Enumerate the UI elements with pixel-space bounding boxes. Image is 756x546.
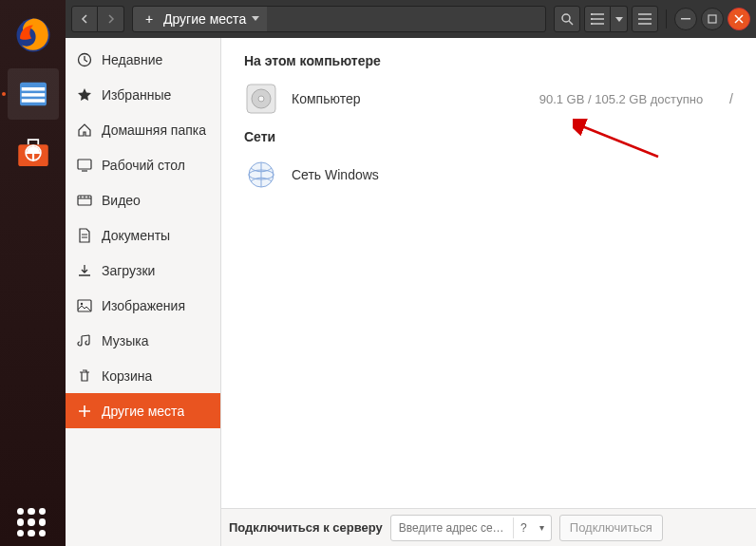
close-button[interactable]	[728, 8, 750, 30]
video-icon	[77, 193, 92, 208]
sidebar-item-desktop[interactable]: Рабочий стол	[66, 147, 220, 182]
plus-icon: +	[141, 11, 158, 27]
dock-apps-grid[interactable]	[17, 508, 46, 537]
download-icon	[77, 263, 92, 278]
sidebar: Недавние Избранные Домашняя папка Рабочи…	[66, 38, 221, 546]
location-bar[interactable]: + Другие места	[132, 6, 546, 32]
star-icon	[77, 87, 92, 103]
server-address-input[interactable]: ? ▾	[390, 515, 552, 541]
section-computer-header: На этом компьютере	[240, 46, 737, 76]
svg-rect-4	[21, 99, 45, 103]
desktop-icon	[77, 158, 92, 173]
main-view: На этом компьютере Компьютер 90.1 GB / 1…	[221, 38, 756, 546]
place-windows-network[interactable]: Сеть Windows	[240, 152, 737, 198]
svg-rect-12	[709, 15, 716, 23]
ubuntu-dock	[0, 0, 66, 546]
sidebar-item-starred[interactable]: Избранные	[66, 77, 220, 112]
home-icon	[77, 122, 92, 138]
sidebar-item-music[interactable]: Музыка	[66, 323, 220, 358]
svg-rect-11	[681, 18, 690, 20]
svg-point-9	[591, 18, 593, 20]
dock-software[interactable]	[8, 127, 59, 179]
history-dropdown-icon[interactable]: ▾	[534, 522, 551, 533]
connect-button[interactable]: Подключиться	[559, 515, 663, 541]
help-icon[interactable]: ?	[513, 518, 534, 538]
hamburger-menu-button[interactable]	[632, 6, 658, 32]
svg-rect-3	[21, 93, 45, 97]
place-label: Сеть Windows	[292, 167, 379, 182]
place-computer[interactable]: Компьютер 90.1 GB / 105.2 GB доступно /	[240, 76, 737, 122]
sidebar-item-videos[interactable]: Видео	[66, 182, 220, 217]
harddisk-icon	[244, 82, 278, 116]
dock-firefox[interactable]	[8, 9, 59, 61]
files-window: + Другие места Недавние Избранные	[66, 0, 756, 546]
place-mount: /	[729, 91, 733, 106]
sidebar-item-recent[interactable]: Недавние	[66, 42, 220, 77]
nav-back-button[interactable]	[71, 6, 98, 32]
svg-point-17	[81, 302, 83, 304]
svg-point-10	[591, 23, 593, 25]
dock-files[interactable]	[8, 68, 59, 120]
svg-point-20	[258, 96, 264, 102]
minimize-button[interactable]	[674, 8, 697, 30]
sidebar-item-pictures[interactable]: Изображения	[66, 288, 220, 323]
sidebar-item-documents[interactable]: Документы	[66, 217, 220, 253]
place-capacity: 90.1 GB / 105.2 GB доступно	[539, 92, 703, 106]
connect-server-bar: Подключиться к серверу ? ▾ Подключиться	[221, 508, 756, 546]
clock-icon	[77, 52, 92, 67]
svg-rect-14	[78, 160, 91, 169]
svg-rect-2	[21, 87, 45, 91]
document-icon	[77, 228, 92, 243]
view-dropdown-button[interactable]	[611, 6, 628, 32]
search-button[interactable]	[554, 6, 580, 32]
sidebar-item-trash[interactable]: Корзина	[66, 358, 220, 393]
svg-point-7	[562, 14, 570, 22]
dropdown-icon	[252, 16, 259, 22]
music-icon	[77, 333, 92, 348]
svg-point-8	[591, 13, 593, 15]
address-field[interactable]	[391, 521, 513, 535]
header-bar: + Другие места	[66, 0, 756, 38]
maximize-button[interactable]	[701, 8, 724, 30]
picture-icon	[77, 298, 92, 313]
sidebar-item-downloads[interactable]: Загрузки	[66, 253, 220, 288]
view-list-button[interactable]	[584, 6, 611, 32]
section-network-header: Сети	[240, 122, 737, 152]
network-icon	[244, 158, 278, 192]
nav-forward-button[interactable]	[98, 6, 124, 32]
trash-icon	[77, 368, 92, 384]
sidebar-item-other-locations[interactable]: Другие места	[66, 393, 220, 428]
plus-icon	[77, 404, 92, 419]
place-label: Компьютер	[292, 91, 360, 106]
location-label: Другие места	[163, 11, 246, 27]
sidebar-item-home[interactable]: Домашняя папка	[66, 112, 220, 147]
connect-label: Подключиться к серверу	[229, 520, 383, 535]
